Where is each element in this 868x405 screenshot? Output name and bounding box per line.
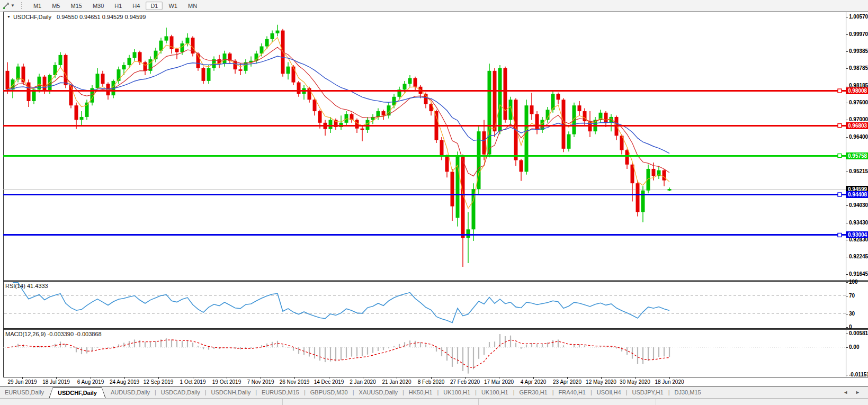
date-axis-label: 7 Nov 2019 <box>247 379 274 385</box>
price-axis-tick <box>846 274 848 275</box>
timeframe-button-M5[interactable]: M5 <box>47 2 65 10</box>
price-axis-label: 0.93430 <box>849 220 868 226</box>
tab-usdjpy-h1[interactable]: USDJPY,H1 <box>628 387 668 399</box>
rsi-axis-label: 0 <box>849 324 852 330</box>
chart-symbol-label: USDCHF,Daily <box>13 14 51 20</box>
price-axis-label: 0.91645 <box>849 271 868 277</box>
date-axis-label: 14 Dec 2019 <box>314 379 344 385</box>
price-axis-tick <box>846 34 848 35</box>
date-axis-label: 2 Jan 2020 <box>350 379 376 385</box>
macd-axis-tick <box>846 375 848 375</box>
tab-usoil-h4[interactable]: USOil,H4 <box>592 387 626 399</box>
rsi-panel-bottom-border <box>3 328 868 329</box>
timeframe-button-W1[interactable]: W1 <box>164 2 182 10</box>
collapse-triangle-icon[interactable]: ▼ <box>7 15 11 19</box>
tab-gbpusd-m30[interactable]: GBPUSD,M30 <box>306 387 353 399</box>
date-axis-label: 21 Jan 2020 <box>382 379 411 385</box>
rsi-axis-tick <box>846 282 848 283</box>
macd-label: MACD(12,26,9) -0.003390 -0.003868 <box>5 331 102 337</box>
price-axis-tick <box>846 223 848 223</box>
price-axis-tick <box>846 51 848 52</box>
tab-hk50-h1[interactable]: HK50,H1 <box>404 387 437 399</box>
tab-scroll-left-icon[interactable]: ◄ <box>839 390 852 395</box>
date-axis-label: 6 Aug 2019 <box>77 379 104 385</box>
date-axis-label: 1 Oct 2019 <box>180 379 206 385</box>
tab-dj30-m15[interactable]: DJ30,M15 <box>669 387 705 399</box>
chart-ohlc-values: 0.94550 0.94651 0.94529 0.94599 <box>57 14 146 20</box>
price-axis-label: 0.92245 <box>849 254 868 259</box>
rsi-indicator-canvas[interactable] <box>3 281 846 328</box>
timeframe-button-D1[interactable]: D1 <box>146 2 163 10</box>
tab-eurusd-daily[interactable]: EURUSD,Daily <box>0 387 49 399</box>
level-price-tag: 0.98008 <box>846 87 868 94</box>
macd-axis-tick <box>846 334 848 334</box>
status-divider <box>282 399 283 405</box>
level-price-tag: 0.96803 <box>846 122 868 129</box>
date-axis-label: 27 Feb 2020 <box>450 379 480 385</box>
tab-uk100-h1[interactable]: UK100,H1 <box>477 387 513 399</box>
macd-name: MACD(12,26,9) <box>5 331 46 337</box>
date-axis-label: 24 Aug 2019 <box>110 379 139 385</box>
price-axis-tick <box>846 137 848 138</box>
date-axis-label: 29 Jun 2019 <box>7 379 37 385</box>
timeframe-button-M30[interactable]: M30 <box>88 2 109 10</box>
macd-panel-bottom-border <box>3 377 868 377</box>
date-axis-label: 4 Apr 2020 <box>521 379 546 385</box>
level-price-tag: 0.95758 <box>846 152 868 159</box>
tab-scroll-right-icon[interactable]: ► <box>852 390 864 395</box>
tab-usdcnh-daily[interactable]: USDCNH,Daily <box>207 387 256 399</box>
date-axis-label: 18 Jul 2019 <box>42 379 70 385</box>
date-axis-label: 23 Apr 2020 <box>553 379 581 385</box>
price-axis-label: 0.96400 <box>849 134 868 140</box>
tab-ger30-h1[interactable]: GER30,H1 <box>515 387 552 399</box>
price-axis-tick <box>846 240 848 240</box>
macd-values: -0.003390 -0.003868 <box>47 331 101 337</box>
macd-axis-label: 0.00 <box>849 344 859 350</box>
tab-xauusd-daily[interactable]: XAUUSD,Daily <box>354 387 402 399</box>
tab-eurusd-m15[interactable]: EURUSD,M15 <box>257 387 304 399</box>
tab-uk100-h1[interactable]: UK100,H1 <box>439 387 475 399</box>
macd-axis-label: -0.011514 <box>849 372 868 377</box>
macd-axis-label: 0.005818 <box>849 330 868 336</box>
price-axis-label: 0.97600 <box>849 100 868 105</box>
date-axis-label: 18 Jun 2020 <box>655 379 684 385</box>
date-axis-label: 26 Nov 2019 <box>280 379 310 385</box>
timeframe-button-M15[interactable]: M15 <box>66 2 86 10</box>
rsi-value: 41.4333 <box>27 283 48 289</box>
main-chart-canvas[interactable] <box>3 12 846 280</box>
macd-indicator-canvas[interactable] <box>3 329 846 377</box>
rsi-label: RSI(14) 41.4333 <box>5 283 48 289</box>
tab-usdchf-daily[interactable]: USDCHF,Daily <box>49 387 106 399</box>
cursor-tool-icon[interactable] <box>1 2 11 10</box>
price-axis-tick <box>846 86 848 86</box>
rsi-axis-tick <box>846 296 848 296</box>
tab-audusd-daily[interactable]: AUDUSD,Daily <box>106 387 155 399</box>
price-axis-label: 0.94030 <box>849 202 868 208</box>
rsi-axis-tick <box>846 327 848 328</box>
chart-title: ▼USDCHF,Daily0.94550 0.94651 0.94529 0.9… <box>7 14 146 20</box>
tab-usdcad-daily[interactable]: USDCAD,Daily <box>156 387 205 399</box>
timeframe-button-M1[interactable]: M1 <box>29 2 46 10</box>
price-axis-tick <box>846 205 848 206</box>
timeframe-button-H1[interactable]: H1 <box>110 2 127 10</box>
timeframe-button-MN[interactable]: MN <box>183 2 202 10</box>
status-bar <box>0 398 868 405</box>
date-axis-label: 12 May 2020 <box>586 379 616 385</box>
price-axis-label: 0.99385 <box>849 48 868 54</box>
level-price-tag: 0.94408 <box>846 191 868 198</box>
toolbar-grip <box>21 2 24 9</box>
date-axis-label: 19 Oct 2019 <box>212 379 241 385</box>
date-axis-label: 8 Feb 2020 <box>418 379 445 385</box>
tab-fra40-h1[interactable]: FRA40,H1 <box>554 387 590 399</box>
rsi-axis-tick <box>846 314 848 314</box>
price-axis-tick <box>846 17 848 17</box>
date-axis-label: 17 Mar 2020 <box>484 379 514 385</box>
status-divider <box>478 399 479 405</box>
price-axis-label: 0.95215 <box>849 168 868 174</box>
price-axis-label: 0.98785 <box>849 65 868 71</box>
main-panel-bottom-border <box>3 280 868 281</box>
price-axis-tick <box>846 103 848 103</box>
timeframe-button-H4[interactable]: H4 <box>128 2 145 10</box>
tool-dropdown-caret-icon[interactable]: ▼ <box>11 3 17 8</box>
toolbar: ▼ M1M5M15M30H1H4D1W1MN <box>0 0 868 12</box>
